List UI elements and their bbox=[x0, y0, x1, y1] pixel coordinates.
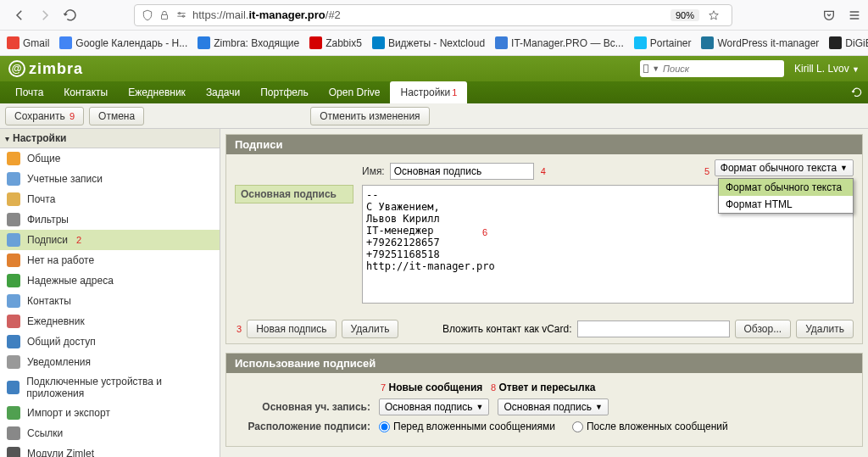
sidebar-item[interactable]: Общий доступ bbox=[0, 332, 220, 352]
signature-name-input[interactable] bbox=[390, 163, 534, 180]
bookmark-item[interactable]: Google Календарь - Н... bbox=[59, 36, 187, 49]
tab-контакты[interactable]: Контакты bbox=[53, 81, 118, 103]
link-icon bbox=[7, 426, 20, 440]
dropdown-icon[interactable]: ▼ bbox=[652, 64, 659, 73]
bookmark-item[interactable]: Виджеты - Nextcloud bbox=[372, 36, 485, 49]
col-reply: Ответ и пересылка bbox=[498, 382, 595, 393]
content-area: Подписи Формат обычного текста▼ Формат о… bbox=[220, 129, 868, 457]
favicon-icon bbox=[372, 36, 385, 49]
sidebar-item[interactable]: Почта bbox=[0, 189, 220, 209]
back-icon[interactable] bbox=[12, 8, 27, 23]
sidebar-item[interactable]: Подписи2 bbox=[0, 230, 220, 250]
favicon-icon bbox=[701, 36, 714, 49]
placement-label: Расположение подписи: bbox=[235, 421, 370, 432]
format-html-option[interactable]: Формат HTML bbox=[719, 196, 853, 213]
zimlet-icon bbox=[7, 447, 20, 457]
address-bar[interactable]: https://mail.it-manager.pro/#2 90% bbox=[134, 4, 732, 26]
tab-open drive[interactable]: Open Drive bbox=[319, 81, 391, 103]
star-icon[interactable] bbox=[708, 9, 720, 21]
delete-signature-button[interactable]: Удалить bbox=[342, 320, 399, 338]
bookmark-item[interactable]: Zabbix5 bbox=[309, 36, 362, 49]
user-icon bbox=[7, 172, 20, 186]
tab-настройки[interactable]: Настройки1 bbox=[390, 81, 467, 103]
usage-title: Использование подписей bbox=[226, 354, 862, 373]
bookmark-item[interactable]: Portainer bbox=[634, 36, 692, 49]
main-tabs: ПочтаКонтактыЕжедневникЗадачиПортфельOpe… bbox=[0, 81, 868, 103]
sidebar-item[interactable]: Уведомления bbox=[0, 352, 220, 372]
bookmark-item[interactable]: Gmail bbox=[7, 36, 49, 49]
col-new-messages: Новые сообщения bbox=[388, 382, 482, 393]
bookmark-item[interactable]: IT-Manager.PRO — Вс... bbox=[495, 36, 624, 49]
tab-ежедневник[interactable]: Ежедневник bbox=[118, 81, 196, 103]
reload-icon[interactable] bbox=[63, 8, 78, 23]
user-menu[interactable]: Kirill L. Lvov ▼ bbox=[794, 63, 860, 75]
format-plain-option[interactable]: Формат обычного текста bbox=[719, 179, 853, 196]
undo-changes-button[interactable]: Отменить изменения bbox=[310, 107, 429, 125]
new-signature-button[interactable]: Новая подпись bbox=[247, 320, 336, 338]
favicon-icon bbox=[309, 36, 322, 49]
tab-портфель[interactable]: Портфель bbox=[250, 81, 319, 103]
away-icon bbox=[7, 254, 20, 267]
sidebar-item-label: Контакты bbox=[27, 295, 71, 307]
delete-vcard-button[interactable]: Удалить bbox=[796, 320, 854, 338]
name-label: Имя: bbox=[362, 165, 385, 177]
reply-signature-select[interactable]: Основная подпись▼ bbox=[498, 398, 608, 415]
sidebar-item[interactable]: Контакты bbox=[0, 291, 220, 311]
signatures-panel: Подписи Формат обычного текста▼ Формат о… bbox=[225, 134, 863, 344]
sidebar-item-label: Почта bbox=[27, 193, 55, 205]
sidebar-item[interactable]: Учетные записи bbox=[0, 169, 220, 189]
format-dropdown: Формат обычного текста Формат HTML bbox=[718, 178, 854, 214]
vcard-input[interactable] bbox=[577, 320, 730, 337]
cancel-button[interactable]: Отмена bbox=[89, 107, 144, 125]
refresh-icon[interactable] bbox=[846, 81, 868, 103]
action-toolbar: Сохранить 9 Отмена Отменить изменения bbox=[0, 103, 868, 129]
menu-icon[interactable] bbox=[848, 8, 861, 22]
import-icon bbox=[7, 406, 20, 420]
bookmark-item[interactable]: Zimbra: Входящие bbox=[198, 36, 299, 49]
sidebar-item[interactable]: Фильтры bbox=[0, 209, 220, 230]
sign-icon bbox=[7, 233, 20, 247]
pocket-icon[interactable] bbox=[822, 8, 836, 22]
sidebar-item-label: Общий доступ bbox=[27, 336, 96, 348]
bookmark-item[interactable]: WordPress it-manager bbox=[701, 36, 819, 49]
format-select[interactable]: Формат обычного текста▼ bbox=[715, 159, 854, 176]
forward-icon[interactable] bbox=[37, 8, 53, 23]
signature-list-item[interactable]: Основная подпись bbox=[235, 185, 353, 203]
settings-sidebar: Настройки ОбщиеУчетные записиПочтаФильтр… bbox=[0, 129, 220, 457]
search-box[interactable]: ▼ bbox=[640, 60, 784, 77]
sidebar-item[interactable]: Нет на работе bbox=[0, 250, 220, 270]
sidebar-item[interactable]: Ежедневник bbox=[0, 311, 220, 332]
sidebar-item[interactable]: Модули Zimlet bbox=[0, 443, 220, 457]
browser-toolbar: https://mail.it-manager.pro/#2 90% bbox=[0, 0, 868, 31]
placement-before-radio[interactable]: Перед вложенными сообщениями bbox=[379, 421, 555, 432]
tab-почта[interactable]: Почта bbox=[5, 81, 53, 103]
chevron-down-icon: ▼ bbox=[840, 164, 848, 172]
sidebar-item[interactable]: Импорт и экспорт bbox=[0, 403, 220, 423]
signatures-title: Подписи bbox=[226, 135, 862, 154]
sidebar-item[interactable]: Надежные адреса bbox=[0, 270, 220, 291]
sidebar-item[interactable]: Подключенные устройства и приложения bbox=[0, 372, 220, 403]
save-button[interactable]: Сохранить 9 bbox=[5, 107, 84, 125]
sidebar-item-label: Нет на работе bbox=[27, 254, 94, 266]
account-label: Основная уч. запись: bbox=[235, 401, 370, 413]
bookmark-item[interactable]: DiGiBoY bbox=[829, 36, 868, 49]
zoom-level[interactable]: 90% bbox=[670, 9, 699, 21]
placement-after-radio[interactable]: После вложенных сообщений bbox=[572, 421, 728, 432]
tab-задачи[interactable]: Задачи bbox=[196, 81, 250, 103]
browse-button[interactable]: Обзор... bbox=[735, 320, 792, 338]
new-message-signature-select[interactable]: Основная подпись▼ bbox=[379, 398, 489, 415]
search-input[interactable] bbox=[663, 64, 781, 74]
url-text: https://mail.it-manager.pro/#2 bbox=[192, 8, 341, 21]
sidebar-item[interactable]: Общие bbox=[0, 148, 220, 169]
gear-icon bbox=[7, 152, 20, 165]
favicon-icon bbox=[495, 36, 508, 49]
share-icon bbox=[7, 335, 20, 348]
sidebar-item[interactable]: Ссылки bbox=[0, 423, 220, 443]
permissions-icon bbox=[175, 9, 187, 21]
sidebar-header[interactable]: Настройки bbox=[0, 129, 220, 148]
device-icon bbox=[7, 381, 19, 394]
filter-icon bbox=[7, 213, 20, 226]
sidebar-item-label: Уведомления bbox=[27, 356, 91, 368]
vcard-label: Вложить контакт как vCard: bbox=[442, 323, 572, 335]
zimbra-logo[interactable]: @zimbra bbox=[8, 60, 83, 78]
